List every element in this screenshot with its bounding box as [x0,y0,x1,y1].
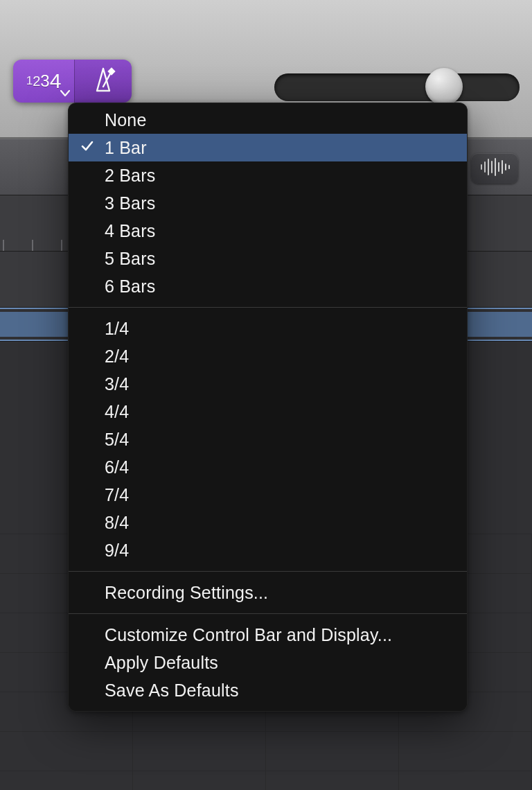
metronome-button[interactable] [74,60,132,103]
menu-item-label: 2/4 [105,346,129,367]
menu-item-label: 8/4 [105,513,129,533]
menu-item-5-bars[interactable]: 5 Bars [69,245,467,272]
count-in-button-group: 1 2 3 4 [13,60,132,103]
menu-item-3-4[interactable]: 3/4 [69,370,467,398]
menu-item-4-bars[interactable]: 4 Bars [69,217,467,245]
count-in-menu: None1 Bar2 Bars3 Bars4 Bars5 Bars6 Bars … [68,103,468,712]
waveform-icon [479,158,510,179]
menu-item-label: 6 Bars [105,276,155,297]
menu-item-8-4[interactable]: 8/4 [69,509,467,536]
menu-item-4-4[interactable]: 4/4 [69,398,467,425]
svg-rect-1 [107,67,115,75]
check-icon [81,137,94,157]
menu-item-label: 1/4 [105,319,129,339]
menu-item-6-4[interactable]: 6/4 [69,453,467,481]
menu-item-recording-settings[interactable]: Recording Settings... [69,579,467,606]
menu-item-label: 5/4 [105,430,129,450]
menu-item-label: 2 Bars [105,166,155,186]
waveform-button[interactable] [471,153,518,184]
menu-item-label: 9/4 [105,541,129,561]
menu-item-customize-control-bar-and-display[interactable]: Customize Control Bar and Display... [69,621,467,649]
menu-item-label: 1 Bar [105,138,147,158]
menu-item-save-as-defaults[interactable]: Save As Defaults [69,676,467,704]
menu-item-label: Customize Control Bar and Display... [105,625,392,645]
count-in-digit-1: 1 [26,74,33,88]
count-in-button[interactable]: 1 2 3 4 [13,60,74,103]
menu-item-label: None [105,110,147,130]
chevron-down-icon [60,87,70,100]
menu-divider [69,613,467,614]
menu-item-label: 5 Bars [105,249,155,269]
menu-item-7-4[interactable]: 7/4 [69,481,467,509]
menu-item-2-4[interactable]: 2/4 [69,342,467,370]
menu-item-2-bars[interactable]: 2 Bars [69,161,467,189]
menu-item-1-4[interactable]: 1/4 [69,315,467,342]
menu-item-label: 6/4 [105,457,129,477]
menu-item-5-4[interactable]: 5/4 [69,425,467,453]
menu-item-label: 4 Bars [105,221,155,241]
menu-item-label: 3 Bars [105,193,155,213]
count-in-digit-4: 4 [50,69,62,93]
menu-item-1-bar[interactable]: 1 Bar [69,134,467,161]
menu-item-9-4[interactable]: 9/4 [69,536,467,564]
menu-divider [69,571,467,572]
menu-item-label: 3/4 [105,374,129,394]
count-in-digit-2: 2 [33,73,40,89]
metronome-icon [89,66,117,96]
menu-item-3-bars[interactable]: 3 Bars [69,189,467,217]
menu-item-label: Apply Defaults [105,653,218,673]
menu-item-apply-defaults[interactable]: Apply Defaults [69,649,467,676]
menu-item-label: Recording Settings... [105,583,268,603]
menu-item-6-bars[interactable]: 6 Bars [69,272,467,300]
slider-knob[interactable] [425,68,463,105]
menu-item-none[interactable]: None [69,106,467,134]
menu-divider [69,307,467,308]
menu-item-label: Save As Defaults [105,681,239,701]
volume-slider[interactable] [274,73,520,101]
count-in-digit-3: 3 [40,71,49,91]
menu-item-label: 7/4 [105,485,129,505]
menu-item-label: 4/4 [105,402,129,422]
